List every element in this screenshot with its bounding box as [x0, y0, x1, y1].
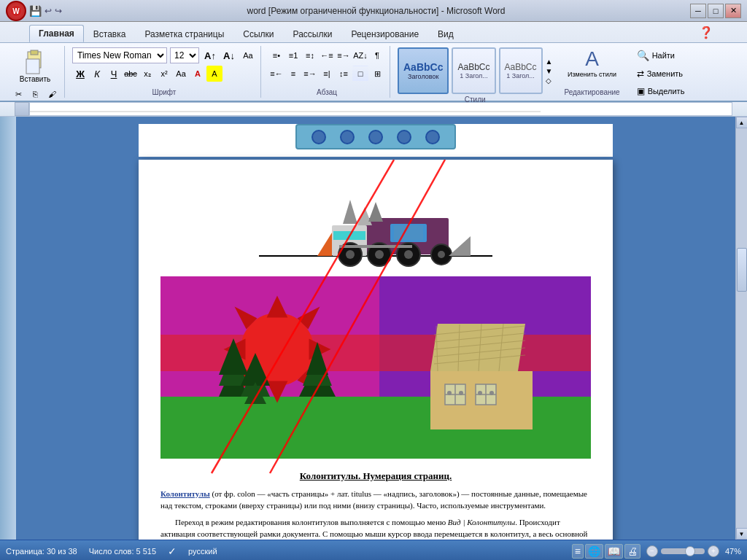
decrease-indent-button[interactable]: ←≡	[319, 47, 335, 63]
shrink-font-button[interactable]: A↓	[221, 47, 237, 63]
titlebar-left: W 💾 ↩ ↪	[6, 1, 62, 21]
styles-scroll-up[interactable]: ▲	[546, 58, 553, 66]
editing-group: A Изменить стили Редактирование	[560, 46, 624, 98]
underline-button[interactable]: Ч	[106, 66, 122, 82]
minimize-button[interactable]: ─	[690, 4, 706, 18]
editing-label: Редактирование	[564, 88, 619, 96]
svg-rect-3	[31, 50, 38, 55]
scroll-track[interactable]	[736, 128, 748, 528]
zoom-control: − +	[646, 545, 719, 557]
clipboard-inner: Вставить ✂ ⎘ 🖌	[10, 47, 60, 102]
scroll-down-button[interactable]: ▼	[736, 528, 748, 540]
svg-point-21	[346, 250, 355, 259]
select-button[interactable]: ▣ Выделить	[632, 84, 690, 98]
highlight-button[interactable]: А	[206, 66, 222, 82]
find-button[interactable]: 🔍 Найти	[632, 47, 680, 63]
scroll-thumb[interactable]	[737, 248, 747, 292]
align-right-button[interactable]: ≡→	[302, 66, 318, 82]
align-center-button[interactable]: ≡	[285, 66, 301, 82]
clear-format-button[interactable]: Aa	[240, 47, 256, 63]
view-print-button[interactable]: 🖨	[624, 544, 640, 559]
clipboard-group: Вставить ✂ ⎘ 🖌 Буфер обмена	[6, 46, 65, 98]
bullets-button[interactable]: ≡•	[268, 47, 285, 63]
style-heading2-button[interactable]: AaBbCc 1 Загол...	[499, 47, 543, 94]
horizontal-ruler: /* ruler ticks handled below */	[0, 102, 747, 117]
sort-button[interactable]: AZ↓	[352, 47, 368, 63]
styles-more[interactable]: ◇	[546, 77, 553, 85]
style-heading-button[interactable]: AaBbCc Заголовок	[398, 47, 449, 94]
view-web-button[interactable]: 🌐	[585, 544, 603, 559]
copy-button[interactable]: ⎘	[27, 86, 43, 102]
paragraph-row2: ≡← ≡ ≡→ ≡| ↕≡ □ ⊞	[268, 66, 385, 82]
view-normal-button[interactable]: ≡	[572, 544, 584, 559]
grow-font-button[interactable]: A↑	[202, 47, 218, 63]
zoom-slider[interactable]	[661, 548, 705, 554]
font-row2: Ж К Ч аbc x₂ x² Аа А А	[72, 66, 222, 82]
font-size-select[interactable]: 12	[170, 47, 199, 63]
cut-button[interactable]: ✂	[10, 86, 26, 102]
justify-button[interactable]: ≡|	[319, 66, 335, 82]
strikethrough-button[interactable]: аbc	[123, 66, 139, 82]
paragraph-group: ≡• ≡1 ≡↕ ←≡ ≡→ AZ↓ ¶ ≡← ≡ ≡→ ≡| ↕≡ □ ⊞	[264, 46, 390, 98]
view-read-button[interactable]: 📖	[605, 544, 623, 559]
format-painter[interactable]: 🖌	[44, 86, 60, 102]
multilevel-button[interactable]: ≡↕	[302, 47, 318, 63]
paste-button[interactable]: Вставить	[18, 47, 52, 85]
tab-view[interactable]: Вид	[428, 26, 463, 42]
window-controls: ─ □ ✕	[690, 4, 741, 18]
replace-button[interactable]: ⇄ Заменить	[632, 66, 688, 81]
restore-button[interactable]: □	[708, 4, 724, 18]
font-group: Times New Roman 12 A↑ A↓ Aa Ж К Ч аbc x₂…	[68, 46, 261, 98]
svg-point-63	[489, 391, 494, 395]
superscript-button[interactable]: x²	[156, 66, 172, 82]
case-button[interactable]: Аа	[173, 66, 189, 82]
svg-marker-17	[357, 207, 372, 225]
tab-home[interactable]: Главная	[29, 25, 84, 42]
doc-paragraph1: Колонтитулы (от фр. colon — «часть стран…	[160, 488, 591, 512]
zoom-out-button[interactable]: −	[646, 545, 658, 557]
svg-marker-19	[317, 233, 332, 256]
find-inner: 🔍 Найти ⇄ Заменить ▣ Выделить	[632, 47, 690, 98]
shading-button[interactable]: □	[352, 66, 368, 82]
styles-scroll-down[interactable]: ▼	[546, 67, 553, 75]
quick-access-save[interactable]: 💾	[29, 5, 42, 17]
text-color-button[interactable]: А	[190, 66, 206, 82]
show-marks-button[interactable]: ¶	[369, 47, 385, 63]
spell-check-icon[interactable]: ✓	[168, 545, 177, 557]
tab-mailings[interactable]: Рассылки	[284, 26, 342, 42]
numbering-button[interactable]: ≡1	[285, 47, 301, 63]
scroll-up-button[interactable]: ▲	[736, 117, 748, 128]
style-heading1-button[interactable]: AaBbCc 1 Загол...	[452, 47, 495, 94]
window-title: word [Режим ограниченной функциональност…	[62, 6, 690, 16]
font-name-select[interactable]: Times New Roman	[72, 47, 167, 63]
line-spacing-button[interactable]: ↕≡	[336, 66, 352, 82]
conveyor-circle-3	[368, 130, 383, 144]
conveyor-page-top	[139, 124, 613, 157]
tab-review[interactable]: Рецензирование	[341, 26, 428, 42]
train-illustration	[160, 174, 591, 269]
border-button[interactable]: ⊞	[369, 66, 385, 82]
subscript-button[interactable]: x₂	[139, 66, 155, 82]
tab-page-layout[interactable]: Разметка страницы	[135, 26, 233, 42]
help-icon[interactable]: ❓	[694, 23, 718, 42]
increase-indent-button[interactable]: ≡→	[336, 47, 352, 63]
paste-label: Вставить	[20, 75, 50, 83]
close-button[interactable]: ✕	[725, 4, 741, 18]
tab-insert[interactable]: Вставка	[84, 26, 136, 42]
word-count-text: Число слов: 5 515	[89, 547, 156, 556]
tab-references[interactable]: Ссылки	[233, 26, 283, 42]
office-button[interactable]: W	[6, 1, 26, 21]
clipboard-extra: ✂ ⎘ 🖌	[10, 86, 60, 102]
align-left-button[interactable]: ≡←	[268, 66, 285, 82]
zoom-in-button[interactable]: +	[708, 545, 719, 557]
svg-marker-43	[430, 324, 525, 371]
quick-access-redo[interactable]: ↪	[55, 6, 62, 16]
paragraph-label: Абзац	[317, 88, 337, 96]
scroll-area[interactable]: Колонтитулы. Нумерация страниц. Колонтит…	[16, 117, 735, 540]
quick-access-undo[interactable]: ↩	[44, 6, 52, 16]
svg-rect-15	[333, 231, 365, 240]
bold-button[interactable]: Ж	[72, 66, 88, 82]
italic-button[interactable]: К	[89, 66, 105, 82]
zoom-slider-thumb[interactable]	[685, 546, 695, 556]
change-styles-button[interactable]: A Изменить стили	[568, 47, 616, 78]
